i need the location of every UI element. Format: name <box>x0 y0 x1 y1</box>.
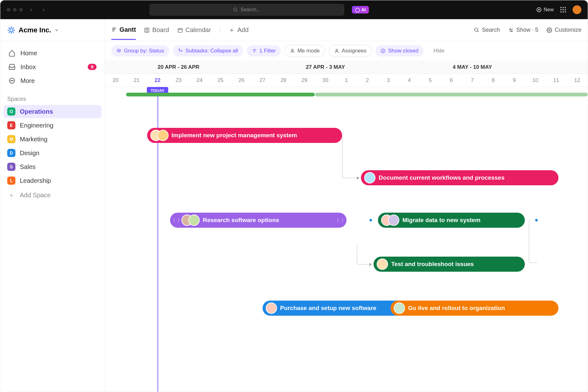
week-header: 20 APR - 26 APR <box>105 61 252 74</box>
svg-line-21 <box>12 28 14 29</box>
drag-handle-icon[interactable]: ⋮⋮ <box>336 218 341 223</box>
day-header: 9 <box>504 74 525 87</box>
svg-point-42 <box>549 29 550 31</box>
dependency-line <box>342 136 361 178</box>
svg-point-51 <box>381 49 385 53</box>
filters-row: Group by: Status Subtasks: Collapse all … <box>105 41 588 61</box>
day-header: 12 <box>567 74 588 87</box>
arrow-icon <box>357 177 359 180</box>
sidebar-space-engineering[interactable]: EEngineering <box>3 119 102 132</box>
day-header: 24 <box>189 74 210 87</box>
sidebar-space-leadership[interactable]: LLeadership <box>3 174 102 187</box>
gear-icon <box>546 27 552 33</box>
day-header: 3 <box>378 74 399 87</box>
week-header: 4 MAY - 10 MAY <box>399 61 546 74</box>
svg-line-1 <box>236 10 237 11</box>
tab-calendar[interactable]: Calendar <box>177 21 211 39</box>
svg-line-18 <box>9 28 10 29</box>
day-header: 11 <box>546 74 567 87</box>
summary-bar-light <box>315 93 588 96</box>
plus-icon: ＋ <box>7 191 15 199</box>
chevron-down-icon <box>54 28 59 32</box>
day-header: 21 <box>126 74 147 87</box>
ai-button[interactable]: ◯AI <box>352 6 369 14</box>
drag-handle-icon[interactable]: ⋮⋮ <box>172 218 177 223</box>
nav-inbox[interactable]: Inbox9 <box>5 60 100 74</box>
svg-marker-43 <box>117 49 121 51</box>
subtasks-pill[interactable]: Subtasks: Collapse all <box>173 45 243 57</box>
svg-point-6 <box>563 7 564 8</box>
svg-point-11 <box>560 11 562 13</box>
add-space-button[interactable]: ＋Add Space <box>3 188 102 202</box>
day-header: 6 <box>441 74 462 87</box>
svg-line-19 <box>12 31 14 32</box>
assignees-pill[interactable]: Assignees <box>329 45 372 57</box>
day-header: 1 <box>336 74 357 87</box>
day-header: 4 <box>399 74 420 87</box>
window-controls[interactable] <box>7 8 23 12</box>
task-bar[interactable]: Document current workflows and processes <box>361 170 558 185</box>
search-placeholder: Search... <box>241 7 261 13</box>
task-bar[interactable]: Go live and rollout to organization <box>391 301 558 316</box>
gantt-chart[interactable]: Implement new project management system … <box>105 87 588 338</box>
spaces-heading: Spaces <box>0 93 105 104</box>
add-view-button[interactable]: ＋Add <box>229 20 249 40</box>
inbox-icon <box>8 63 15 70</box>
day-header: 8 <box>483 74 504 87</box>
task-bar[interactable]: ⋮⋮Research software options⋮⋮ <box>170 213 347 228</box>
dependency-line <box>529 220 537 263</box>
me-mode-pill[interactable]: Me mode <box>285 45 325 57</box>
customize-button[interactable]: Customize <box>546 27 581 33</box>
day-header: 5 <box>420 74 441 87</box>
task-bar[interactable]: Test and troubleshoot issues <box>374 257 525 272</box>
sidebar-space-operations[interactable]: OOperations <box>3 105 102 118</box>
nav-back-button[interactable]: ‹ <box>27 5 36 14</box>
day-header: 30 <box>315 74 336 87</box>
summary-bar-solid <box>126 93 315 96</box>
workspace-switcher[interactable]: Acme Inc. <box>0 19 105 41</box>
more-icon <box>8 77 15 84</box>
sidebar-space-design[interactable]: DDesign <box>3 146 102 160</box>
day-header: 7 <box>462 74 483 87</box>
dependency-line <box>357 244 374 264</box>
show-button[interactable]: Show · 5 <box>508 27 538 33</box>
day-header: 29 <box>294 74 315 87</box>
day-header: 20 <box>105 74 126 87</box>
svg-point-36 <box>474 28 478 31</box>
gantt-icon <box>111 27 117 32</box>
global-search-input[interactable]: Search... <box>149 4 344 16</box>
apps-icon[interactable] <box>559 6 567 14</box>
svg-point-0 <box>234 8 236 11</box>
sidebar: Acme Inc. Home Inbox9 More Spaces OOpera… <box>0 19 105 392</box>
day-header: 22 <box>147 74 168 87</box>
sliders-icon <box>508 27 514 33</box>
svg-rect-32 <box>178 28 182 32</box>
search-button[interactable]: Search <box>474 27 500 33</box>
svg-point-24 <box>12 80 12 81</box>
sidebar-space-sales[interactable]: SSales <box>3 160 102 173</box>
task-bar[interactable]: Implement new project management system <box>147 128 342 143</box>
hide-button[interactable]: Hide <box>434 48 445 54</box>
inbox-badge: 9 <box>88 64 97 70</box>
titlebar: ‹ › Search... ◯AI New <box>0 0 588 19</box>
group-by-pill[interactable]: Group by: Status <box>111 45 169 57</box>
nav-forward-button[interactable]: › <box>39 5 48 14</box>
svg-point-44 <box>179 49 180 50</box>
nav-home[interactable]: Home <box>5 46 100 60</box>
user-avatar[interactable] <box>573 5 581 14</box>
new-button[interactable]: New <box>536 7 554 13</box>
tab-board[interactable]: Board <box>144 21 169 39</box>
nav-more[interactable]: More <box>5 74 100 88</box>
show-closed-pill[interactable]: Show closed <box>375 45 423 57</box>
svg-line-37 <box>477 31 479 32</box>
sidebar-space-marketing[interactable]: MMarketing <box>3 133 102 146</box>
svg-point-5 <box>560 7 562 8</box>
day-header: 23 <box>168 74 189 87</box>
search-icon <box>474 27 480 33</box>
filter-pill[interactable]: 1 Filter <box>247 45 281 57</box>
task-bar[interactable]: Migrate data to new system <box>378 213 525 228</box>
svg-rect-29 <box>145 28 149 32</box>
tab-gantt[interactable]: Gantt <box>111 20 136 40</box>
subtasks-icon <box>178 48 183 53</box>
svg-point-45 <box>181 51 182 52</box>
